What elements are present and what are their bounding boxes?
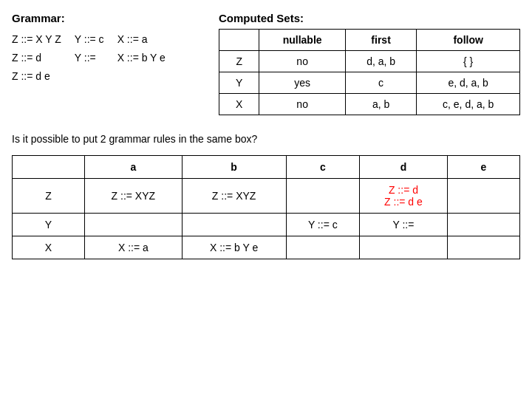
cell-c: Y ::= c	[286, 214, 359, 236]
rule-y2: Y ::=	[75, 49, 104, 67]
cell-symbol: X	[13, 236, 85, 259]
cell-e	[447, 214, 519, 236]
cell-symbol: Y	[13, 214, 85, 236]
cell-symbol: Y	[219, 72, 259, 94]
cell-e	[447, 179, 519, 214]
col-symbol	[219, 30, 259, 51]
cell-a	[85, 214, 183, 236]
computed-sets-block: Computed Sets: nullable first follow Zno…	[219, 12, 520, 115]
table-row: YY ::= cY ::=	[13, 214, 520, 236]
cell-b	[182, 214, 286, 236]
table-row: ZZ ::= XYZZ ::= XYZZ ::= dZ ::= d e	[13, 179, 520, 214]
computed-sets-table: nullable first follow Znod, a, b{ }Yyesc…	[219, 29, 520, 115]
col-follow: follow	[417, 30, 520, 51]
cell-nullable: no	[259, 51, 345, 72]
cell-nullable: no	[259, 94, 345, 115]
col-nullable: nullable	[259, 30, 345, 51]
cell-d: Y ::=	[360, 214, 448, 236]
table-row: Znod, a, b{ }	[219, 51, 520, 72]
cell-a: X ::= a	[85, 236, 183, 259]
cell-b: X ::= b Y e	[182, 236, 286, 259]
cell-c	[286, 236, 359, 259]
cell-symbol: Z	[219, 51, 259, 72]
cell-c	[286, 179, 359, 214]
rule-x2: X ::= b Y e	[117, 49, 166, 67]
cell-follow: { }	[417, 51, 520, 72]
table-row: Xnoa, bc, e, d, a, b	[219, 94, 520, 115]
cell-d: Z ::= dZ ::= d e	[360, 179, 448, 214]
box-col-c: c	[286, 156, 359, 179]
rule-z1: Z ::= X Y Z	[12, 30, 61, 49]
cell-follow: c, e, d, a, b	[417, 94, 520, 115]
box-col-e: e	[447, 156, 519, 179]
cell-b: Z ::= XYZ	[182, 179, 286, 214]
bottom-question: Is it possible to put 2 grammar rules in…	[12, 133, 520, 145]
box-col-symbol	[13, 156, 85, 179]
cell-d	[360, 236, 448, 259]
grammar-rules: Z ::= X Y Z Z ::= d Z ::= d e Y ::= c Y …	[12, 30, 204, 86]
cell-e	[447, 236, 519, 259]
cell-follow: e, d, a, b	[417, 72, 520, 94]
box-col-d: d	[360, 156, 448, 179]
table-row: XX ::= aX ::= b Y e	[13, 236, 520, 259]
cell-first: d, a, b	[345, 51, 417, 72]
grammar-block: Grammar: Z ::= X Y Z Z ::= d Z ::= d e Y…	[12, 12, 204, 115]
bottom-section: Is it possible to put 2 grammar rules in…	[12, 133, 520, 259]
rule-x1: X ::= a	[117, 30, 166, 49]
grammar-box-table: a b c d e ZZ ::= XYZZ ::= XYZZ ::= dZ ::…	[12, 155, 520, 259]
red-rule-2: Z ::= d e	[384, 196, 423, 208]
cell-symbol: X	[219, 94, 259, 115]
cell-nullable: yes	[259, 72, 345, 94]
box-col-b: b	[182, 156, 286, 179]
cell-first: c	[345, 72, 417, 94]
computed-sets-title: Computed Sets:	[219, 12, 520, 24]
rule-z2: Z ::= d	[12, 49, 61, 67]
table-row: Yyesce, d, a, b	[219, 72, 520, 94]
red-rule-1: Z ::= d	[389, 184, 418, 196]
cell-a: Z ::= XYZ	[85, 179, 183, 214]
col-first: first	[345, 30, 417, 51]
grammar-title: Grammar:	[12, 12, 204, 24]
rule-z3: Z ::= d e	[12, 67, 61, 86]
box-col-a: a	[85, 156, 183, 179]
cell-first: a, b	[345, 94, 417, 115]
rule-y1: Y ::= c	[75, 30, 104, 49]
cell-symbol: Z	[13, 179, 85, 214]
